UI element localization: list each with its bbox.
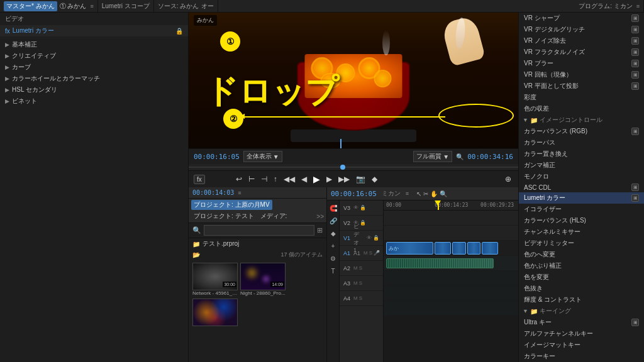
tool-hand[interactable]: ✋ — [430, 190, 438, 197]
track-v1[interactable]: みか — [384, 241, 518, 256]
fx-button[interactable]: fx — [194, 175, 205, 184]
effect-lumetri-color[interactable]: Lumetri カラー ▣ — [519, 192, 644, 204]
project-tab-1[interactable]: プロジェクト: 上原の月MV — [191, 200, 272, 210]
effect-dejavu[interactable]: 色抜き — [519, 283, 644, 294]
add-track[interactable]: + — [328, 241, 338, 251]
program-scrubber[interactable] — [189, 164, 518, 170]
project-menu[interactable]: ≡ — [238, 190, 241, 196]
effect-video-limiter[interactable]: ビデオリミッター — [519, 238, 644, 249]
program-menu-icon[interactable]: ≡ — [636, 3, 640, 9]
transport-back[interactable]: ◀ — [299, 174, 309, 184]
s-icon[interactable]: S — [359, 280, 362, 286]
effect-image-matte[interactable]: イメージマットキー — [519, 339, 644, 351]
scrubber-head[interactable] — [340, 165, 345, 170]
category-keying[interactable]: ▼ 📁 キーイング — [519, 305, 644, 317]
expand-icon[interactable]: >> — [316, 213, 324, 220]
effect-color-balance-rgb[interactable]: カラーバランス (RGB) ▣ — [519, 126, 644, 137]
effect-ultra-key[interactable]: Ultra キー ▣ — [519, 317, 644, 328]
new-bin-icon[interactable]: 📂 — [192, 251, 200, 258]
filter-icon[interactable]: ⊞ — [317, 226, 323, 234]
effect-channel-mixer[interactable]: チャンネルミキサー — [519, 226, 644, 238]
track-a1[interactable] — [384, 256, 518, 271]
effects-tab-master[interactable]: マスター* みかん — [4, 1, 57, 11]
clip-v1-3[interactable] — [452, 242, 465, 255]
m-icon[interactable]: M — [353, 295, 358, 301]
media-thumb-1[interactable]: 30:00 Network - 45961_P... — [192, 263, 238, 296]
effect-aberration[interactable]: 色の収差 — [519, 103, 644, 114]
effect-brightness-contrast[interactable]: 輝度 & コントラスト — [519, 294, 644, 305]
tool-zoom[interactable]: 🔍 — [440, 190, 447, 197]
category-image-control[interactable]: ▼ 📁 イメージコントロール — [519, 114, 644, 126]
media-thumb-2[interactable]: 14:09 Night - 28860_Pro... — [240, 263, 286, 296]
clip-v1-5[interactable] — [482, 242, 498, 255]
section-colorwheel[interactable]: ▶ カラーホイールとカラーマッチ — [0, 73, 188, 84]
transport-camera[interactable]: 📷 — [354, 174, 367, 184]
effect-color-pass[interactable]: カラーパス — [519, 137, 644, 148]
effect-mono[interactable]: モノクロ — [519, 171, 644, 182]
s-icon[interactable]: S — [369, 250, 372, 256]
effects-tab-mikan[interactable]: ① みかん — [60, 2, 87, 11]
tool-select[interactable]: ↖ — [416, 190, 421, 197]
section-basic[interactable]: ▶ 基本補正 — [0, 39, 188, 50]
effect-gamma[interactable]: ガンマ補正 — [519, 160, 644, 171]
effect-vr-project[interactable]: VR 平面として投影 ▣ — [519, 80, 644, 92]
lock-icon[interactable]: 🔒 — [373, 235, 379, 241]
effect-equalizer[interactable]: イコライザー — [519, 204, 644, 215]
section-creative[interactable]: ▶ クリエイティブ — [0, 50, 188, 62]
section-vignette[interactable]: ▶ ビネット — [0, 96, 188, 107]
effect-vr-blur[interactable]: VR ブラー ▣ — [519, 58, 644, 69]
link-tool[interactable]: 🔗 — [328, 216, 338, 226]
section-hsl[interactable]: ▶ HSL セカンダリ — [0, 84, 188, 96]
clip-v1-2[interactable] — [435, 242, 451, 255]
transport-play[interactable]: ▶ — [311, 173, 322, 185]
effect-color-change[interactable]: 色のへ変更 — [519, 249, 644, 260]
project-tab-2[interactable]: プロジェクト: テスト — [191, 211, 257, 221]
m-icon[interactable]: M — [364, 250, 368, 256]
transport-lift[interactable]: ↑ — [272, 174, 279, 184]
transport-fwd[interactable]: ▶ — [325, 174, 334, 184]
section-curve[interactable]: ▶ カーブ — [0, 62, 188, 73]
effect-vr-fractal[interactable]: VR フラクタルノイズ ▣ — [519, 47, 644, 58]
effect-saturation[interactable]: 彩度 — [519, 92, 644, 103]
effect-color-cast[interactable]: 色かぶり補正 — [519, 260, 644, 272]
tool-razor[interactable]: ✂ — [423, 190, 428, 197]
m-icon[interactable]: M — [353, 280, 358, 286]
transport-back-step[interactable]: ◀◀ — [282, 174, 297, 184]
eye-icon[interactable]: 👁 — [367, 235, 372, 241]
transport-more[interactable]: ⊕ — [503, 174, 513, 184]
quality-dropdown[interactable]: フル画質 ▼ — [413, 151, 452, 162]
effect-color-replace[interactable]: カラー置き換え — [519, 148, 644, 160]
transport-loop[interactable]: ↩ — [234, 174, 244, 184]
s-icon[interactable]: S — [359, 265, 362, 271]
project-tab-3[interactable]: メディア: — [258, 211, 290, 221]
add-marker[interactable]: ◆ — [328, 228, 338, 238]
settings-tool[interactable]: ⚙ — [328, 253, 338, 263]
effect-change-color[interactable]: 色を変更 — [519, 272, 644, 283]
effect-color-balance-hls[interactable]: カラーバランス (HLS) — [519, 215, 644, 226]
eye-icon[interactable]: 👁 — [353, 205, 358, 211]
clip-v1-1[interactable]: みか — [386, 242, 433, 255]
effect-alpha-channel[interactable]: アルファチャンネルキー — [519, 328, 644, 339]
effect-asc-cdl[interactable]: ASC CDL ▣ — [519, 182, 644, 192]
effect-vr-glitch[interactable]: VR デジタルグリッチ ▣ — [519, 24, 644, 35]
effects-menu-icon[interactable]: ≡ — [90, 3, 93, 9]
text-tool[interactable]: T — [328, 266, 338, 276]
program-panel-tab[interactable]: プログラム: ミカン ≡ — [575, 0, 644, 12]
effect-vr-rotate[interactable]: VR 回転（現像） ▣ — [519, 69, 644, 80]
effect-vr-sharp[interactable]: VR シャープ ▣ — [519, 13, 644, 24]
s-icon[interactable]: S — [359, 295, 362, 301]
media-thumb-3[interactable] — [192, 299, 238, 326]
project-root-folder[interactable]: 📁 テスト.prproj — [189, 238, 326, 250]
mic-icon[interactable]: 🎤 — [374, 250, 380, 256]
transport-extract[interactable]: ⊣ — [259, 174, 269, 184]
lumetri-scope-tab[interactable]: Lumetri スコープ — [98, 0, 154, 12]
effect-vr-noise[interactable]: VR ノイズ除去 ▣ — [519, 35, 644, 47]
source-tab[interactable]: ソース: みかん オー — [154, 0, 219, 12]
clip-v1-4[interactable] — [467, 242, 480, 255]
view-dropdown[interactable]: 全体表示 ▼ — [243, 151, 282, 162]
timeline-menu[interactable]: ≡ — [406, 190, 409, 197]
lock-icon[interactable]: 🔒 — [360, 205, 366, 211]
search-input[interactable] — [204, 225, 314, 236]
transport-fwd-step[interactable]: ▶▶ — [336, 174, 352, 184]
snap-tool[interactable]: 🧲 — [328, 203, 338, 213]
